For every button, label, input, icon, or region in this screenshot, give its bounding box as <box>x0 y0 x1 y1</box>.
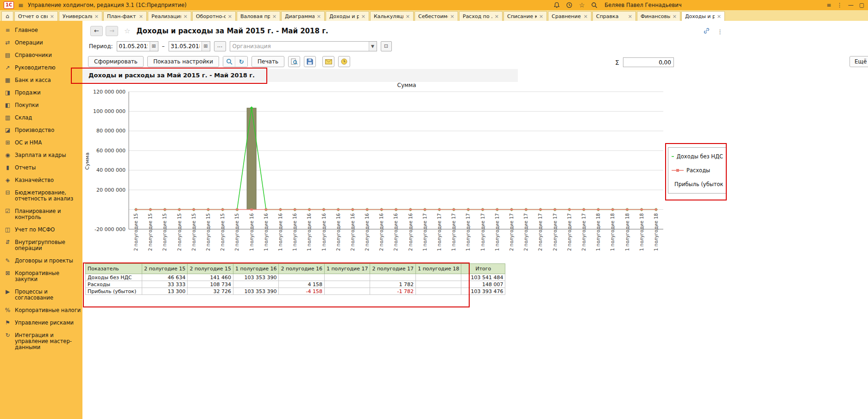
period-to-input[interactable] <box>169 42 201 51</box>
tab-close-icon[interactable]: × <box>628 13 632 19</box>
tab-close-icon[interactable]: × <box>272 13 277 19</box>
sidebar-item[interactable]: ≡Главное <box>0 24 82 37</box>
table-header-cell[interactable]: 2 полугодие 16 <box>279 264 324 274</box>
tab-close-icon[interactable]: × <box>361 13 365 19</box>
sidebar-item[interactable]: ⊠Корпоративные закупки <box>0 267 82 286</box>
table-header-cell[interactable]: 2 полугодие 15 <box>142 264 188 274</box>
sidebar-item[interactable]: ▶Процессы и согласование <box>0 286 82 304</box>
sidebar-item[interactable]: ✎Договоры и проекты <box>0 255 82 267</box>
sidebar-item[interactable]: ◈Казначейство <box>0 174 82 187</box>
find-icon[interactable] <box>223 56 235 67</box>
tab[interactable]: Реализация...× <box>148 11 191 21</box>
tab-close-icon[interactable]: × <box>717 13 721 19</box>
row-label-cell[interactable]: Доходы без НДС <box>86 274 142 281</box>
more-button[interactable]: Ещё <box>849 56 868 67</box>
tab[interactable]: Отчет о свя...× <box>14 11 58 21</box>
table-header-cell[interactable]: 2 полугодие 15 <box>188 264 233 274</box>
value-cell[interactable]: 4 158 <box>279 281 324 288</box>
sidebar-item[interactable]: ▥Склад <box>0 112 82 124</box>
tab[interactable]: Диаграмма ...× <box>281 11 325 21</box>
sidebar-item[interactable]: ◪Производство <box>0 124 82 137</box>
table-header-cell[interactable]: 1 полугодие 16 <box>233 264 278 274</box>
home-tab[interactable]: ⌂ <box>1 11 13 21</box>
tab-close-icon[interactable]: × <box>495 13 499 19</box>
sidebar-item[interactable]: ▤Справочники <box>0 49 82 62</box>
value-cell[interactable]: 103 353 390 <box>233 288 278 295</box>
value-cell[interactable] <box>415 288 461 295</box>
tab[interactable]: Доходы и р...× <box>326 11 369 21</box>
sidebar-item[interactable]: ◉Зарплата и кадры <box>0 149 82 162</box>
value-cell[interactable]: 148 007 <box>461 281 505 288</box>
tab-close-icon[interactable]: × <box>183 13 188 19</box>
value-cell[interactable]: 108 734 <box>188 281 233 288</box>
value-cell[interactable] <box>324 274 370 281</box>
value-cell[interactable]: 32 726 <box>188 288 233 295</box>
value-cell[interactable]: 103 353 390 <box>233 274 278 281</box>
sidebar-item[interactable]: %Корпоративные налоги <box>0 304 82 317</box>
show-settings-button[interactable]: Показать настройки <box>147 56 219 67</box>
value-cell[interactable] <box>324 288 370 295</box>
history-icon[interactable] <box>565 1 573 9</box>
value-cell[interactable]: 46 634 <box>142 274 188 281</box>
refresh-icon[interactable]: ↻ <box>235 56 247 67</box>
schedule-clock-icon[interactable] <box>338 56 350 67</box>
value-cell[interactable]: 103 541 484 <box>461 274 505 281</box>
value-cell[interactable]: 13 300 <box>142 288 188 295</box>
calendar-icon[interactable]: ⊞ <box>201 42 210 51</box>
value-cell[interactable] <box>279 274 324 281</box>
current-user-name[interactable]: Беляев Павел Геннадьевич <box>604 2 681 8</box>
value-cell[interactable] <box>324 281 370 288</box>
chevron-down-icon[interactable]: ▼ <box>369 42 377 51</box>
maximize-icon[interactable]: ▢ <box>859 2 864 8</box>
open-organization-button[interactable]: ⊡ <box>381 41 392 51</box>
tab-close-icon[interactable]: × <box>50 13 54 19</box>
sidebar-item[interactable]: ◨Продажи <box>0 87 82 99</box>
sidebar-item[interactable]: ◧Покупки <box>0 99 82 112</box>
sidebar-item[interactable]: ⇄Операции <box>0 37 82 49</box>
value-cell[interactable]: -1 782 <box>370 288 415 295</box>
sidebar-item[interactable]: ⊟Бюджетирование, отчетность и анализ <box>0 187 82 205</box>
sidebar-item[interactable]: ↻Интеграция и управление мастер-данными <box>0 329 82 354</box>
save-icon[interactable] <box>304 56 316 67</box>
sidebar-item[interactable]: ↗Руководителю <box>0 62 82 74</box>
minimize-icon[interactable]: — <box>848 2 854 8</box>
sidebar-item[interactable]: ⇵Внутригрупповые операции <box>0 236 82 255</box>
tab-close-icon[interactable]: × <box>406 13 410 19</box>
choose-period-button[interactable]: ... <box>214 41 226 51</box>
tab-close-icon[interactable]: × <box>228 13 232 19</box>
tab-close-icon[interactable]: × <box>94 13 99 19</box>
tab[interactable]: Универсаль...× <box>59 11 102 21</box>
tab[interactable]: Сравнение ...× <box>548 11 591 21</box>
tab[interactable]: План-факт в...× <box>103 11 147 21</box>
table-header-cell[interactable]: 2 полугодие 17 <box>370 264 415 274</box>
sidebar-item[interactable]: ☑Планирование и контроль <box>0 205 82 224</box>
service-menu-icon[interactable]: ≡ <box>827 2 831 8</box>
generate-button[interactable]: Сформировать <box>88 56 144 67</box>
organization-input[interactable] <box>230 42 369 51</box>
tab-close-icon[interactable]: × <box>139 13 143 19</box>
tab[interactable]: Доходы и р...× <box>681 11 725 21</box>
value-cell[interactable]: 141 460 <box>188 274 233 281</box>
sidebar-item[interactable]: ◫Учет по МСФО <box>0 224 82 236</box>
tab-close-icon[interactable]: × <box>317 13 321 19</box>
back-button[interactable]: ← <box>90 26 103 36</box>
row-label-cell[interactable]: Расходы <box>86 281 142 288</box>
tab-close-icon[interactable]: × <box>450 13 454 19</box>
tab[interactable]: Себестоимо...× <box>415 11 458 21</box>
tab[interactable]: Финансовы...× <box>637 11 680 21</box>
favorites-star-icon[interactable]: ☆ <box>578 1 586 9</box>
tab-close-icon[interactable]: × <box>673 13 677 19</box>
row-label-cell[interactable]: Прибыль (убыток) <box>86 288 142 295</box>
tab[interactable]: Списание к...× <box>503 11 547 21</box>
form-kebab-menu-icon[interactable]: ⋮ <box>717 28 723 35</box>
table-header-cell[interactable]: Итого <box>461 264 505 274</box>
value-cell[interactable] <box>370 274 415 281</box>
print-preview-icon[interactable] <box>288 56 300 67</box>
print-button[interactable]: Печать <box>252 56 284 67</box>
value-cell[interactable]: 1 782 <box>370 281 415 288</box>
report-document-title[interactable]: Доходы и расходы за Май 2015 г. - Май 20… <box>88 72 255 79</box>
tab[interactable]: Валовая пр...× <box>237 11 280 21</box>
tab-close-icon[interactable]: × <box>539 13 543 19</box>
forward-button[interactable]: → <box>106 26 118 36</box>
tab[interactable]: Калькуляци...× <box>370 11 414 21</box>
